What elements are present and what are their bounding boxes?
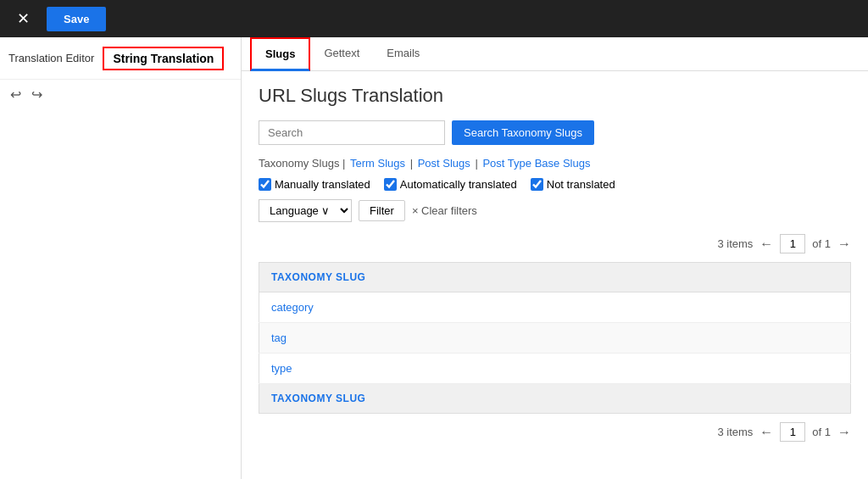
search-row: Search Taxonomy Slugs [259,120,851,145]
tab-slugs[interactable]: Slugs [250,37,310,71]
filter-links: Taxonomy Slugs | Term Slugs | Post Slugs… [259,157,851,170]
search-taxonomy-slugs-button[interactable]: Search Taxonomy Slugs [452,120,594,145]
sidebar-nav: ↩ ↪ [0,80,241,109]
sidebar: Translation Editor String Translation ↩ … [0,37,242,479]
slug-link-category[interactable]: category [271,301,314,314]
main-content: Slugs Gettext Emails URL Slugs Translati… [242,37,868,479]
post-type-base-slugs-link[interactable]: Post Type Base Slugs [482,157,590,170]
separator-2: | [410,157,416,170]
page-input[interactable] [780,234,805,253]
bottom-page-input[interactable] [780,422,805,442]
undo-button[interactable]: ↩ [10,86,21,103]
separator-1: | [342,157,348,170]
top-bar: ✕ Save [0,0,868,37]
slugs-table: TAXONOMY SLUG category tag type [259,262,851,414]
language-select[interactable]: Language ∨ [259,199,352,222]
tabs-bar: Slugs Gettext Emails [242,37,868,71]
prev-page-button[interactable]: ← [760,237,773,252]
manually-translated-checkbox[interactable] [259,178,271,191]
table-row: category [259,292,851,323]
sidebar-header: Translation Editor String Translation [0,37,241,80]
not-translated-checkbox[interactable] [531,178,543,191]
not-translated-label: Not translated [547,178,615,191]
not-translated-checkbox-label: Not translated [531,178,615,191]
slug-link-type[interactable]: type [271,362,292,375]
string-translation-label: String Translation [103,47,224,70]
bottom-items-count: 3 items [717,426,753,438]
post-slugs-link[interactable]: Post Slugs [418,157,470,170]
filter-button[interactable]: Filter [359,200,405,221]
taxonomy-slugs-label: Taxonomy Slugs [259,157,339,170]
table-footer-taxonomy-slug: TAXONOMY SLUG [259,384,851,414]
table-row: type [259,354,851,384]
separator-3: | [475,157,481,170]
translation-editor-label: Translation Editor [0,52,103,64]
table-row: tag [259,323,851,354]
content-area: URL Slugs Translation Search Taxonomy Sl… [242,71,868,479]
layout: Translation Editor String Translation ↩ … [0,37,868,479]
filter-row: Language ∨ Filter × Clear filters [259,199,851,222]
manually-translated-checkbox-label: Manually translated [259,178,370,191]
top-pagination-row: 3 items ← of 1 → [259,234,851,253]
tab-gettext[interactable]: Gettext [310,38,373,70]
slug-link-tag[interactable]: tag [271,331,287,344]
auto-translated-label: Automatically translated [400,178,517,191]
auto-translated-checkbox-label: Automatically translated [384,178,517,191]
page-title: URL Slugs Translation [259,85,851,107]
checkboxes-row: Manually translated Automatically transl… [259,178,851,191]
close-button[interactable]: ✕ [10,8,36,30]
bottom-pagination-row: 3 items ← of 1 → [259,422,851,450]
redo-button[interactable]: ↪ [31,86,42,103]
page-total: of 1 [812,237,831,250]
bottom-prev-page-button[interactable]: ← [760,425,773,440]
manually-translated-label: Manually translated [275,178,370,191]
term-slugs-link[interactable]: Term Slugs [350,157,405,170]
clear-filters[interactable]: × Clear filters [412,204,477,217]
next-page-button[interactable]: → [837,237,851,252]
search-input[interactable] [259,120,445,145]
items-count: 3 items [717,237,753,250]
bottom-page-total: of 1 [812,426,831,438]
auto-translated-checkbox[interactable] [384,178,397,191]
table-header-taxonomy-slug: TAXONOMY SLUG [259,263,851,292]
bottom-next-page-button[interactable]: → [837,425,851,440]
save-button[interactable]: Save [47,7,106,31]
tab-emails[interactable]: Emails [373,38,433,70]
